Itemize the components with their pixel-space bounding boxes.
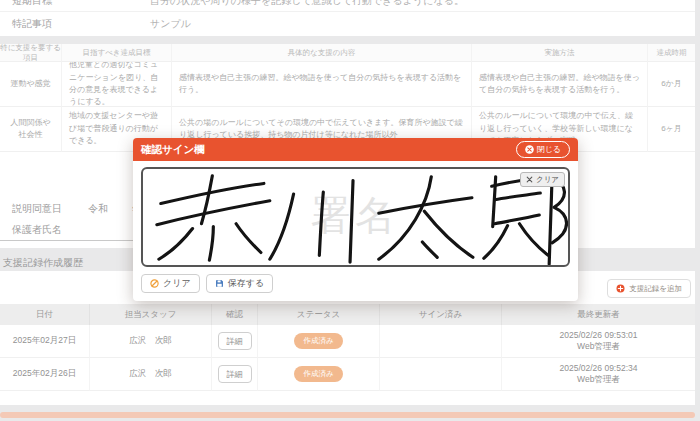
history-cell-staff: 広沢 次郎 (90, 358, 212, 391)
close-icon (525, 145, 534, 154)
plan-col-header: 達成時期 (648, 44, 695, 62)
clear-button[interactable]: クリア (141, 274, 200, 293)
history-col-header: 日付 (0, 304, 90, 325)
close-button[interactable]: 閉じる (516, 141, 570, 158)
history-cell-status: 作成済み (258, 358, 380, 391)
guardian-name-label: 保護者氏名 (12, 223, 62, 237)
x-icon (526, 176, 533, 183)
history-cell-date: 2025年02月27日 (0, 325, 90, 358)
signature-canvas[interactable]: 署名 (141, 167, 570, 267)
plus-circle-icon (616, 284, 625, 293)
history-col-header: ステータス (258, 304, 380, 325)
add-record-button[interactable]: 支援記録を追加 (607, 279, 691, 298)
overview-row-notes: 特記事項 サンプル (0, 12, 695, 36)
plan-cell-goal: 他児童との適切なコミュニケーションを図り、自分の意見を表現できるようにする。 (62, 62, 172, 107)
history-table: 日付 担当スタッフ 確認 ステータス サイン済み 最終更新者 2025年02月2… (0, 304, 695, 391)
history-col-header: サイン済み (380, 304, 502, 325)
canvas-clear-button[interactable]: クリア (520, 172, 565, 187)
plan-cell-period: 6ヶ月 (648, 107, 695, 152)
history-cell-staff: 広沢 次郎 (90, 325, 212, 358)
bottom-accent-bar (0, 412, 695, 418)
status-badge: 作成済み (294, 366, 342, 381)
status-badge: 作成済み (294, 333, 342, 348)
save-label: 保存する (228, 277, 264, 290)
consent-date-label: 説明同意日 (12, 202, 62, 216)
history-cell-signed (380, 358, 502, 391)
history-cell-updated: 2025/02/26 09:53:01 Web管理者 (502, 325, 695, 358)
plan-col-header: 特に支援を要する項目 (0, 44, 62, 62)
detail-button[interactable]: 詳細 (218, 332, 252, 350)
history-cell-signed (380, 325, 502, 358)
signature-modal-title: 確認サイン欄 (141, 143, 205, 157)
plan-cell-item: 人間関係や社会性 (0, 107, 62, 152)
close-label: 閉じる (537, 144, 561, 155)
signature-modal-footer: クリア 保存する (141, 274, 273, 293)
canvas-clear-label: クリア (536, 175, 559, 185)
history-cell-detail: 詳細 (212, 358, 258, 391)
history-cell-updated: 2025/02/26 09:52:34 Web管理者 (502, 358, 695, 391)
support-plan-table: 特に支援を要する項目 目指すべき達成目標 具体的な支援の内容 実施方法 達成時期… (0, 44, 695, 152)
clear-label: クリア (163, 277, 191, 290)
save-disk-icon (215, 279, 224, 288)
history-col-header: 担当スタッフ (90, 304, 212, 325)
history-cell-date: 2025年02月26日 (0, 358, 90, 391)
history-cell-status: 作成済み (258, 325, 380, 358)
updated-timestamp: 2025/02/26 09:53:01 (560, 330, 638, 341)
plan-col-header: 実施方法 (472, 44, 648, 62)
plan-cell-method: 感情表現や自己主張の練習。絵や物語を使って自分の気持ちを表現する活動を行う。 (472, 62, 648, 107)
updated-by: Web管理者 (577, 374, 620, 385)
overview-value: 自分の状況や周りの様子を記録して意識して行動できるようになる。 (150, 0, 464, 8)
overview-row-short-term-goal: 短期目標 自分の状況や周りの様子を記録して意識して行動できるようになる。 (0, 0, 695, 12)
updated-timestamp: 2025/02/26 09:52:34 (560, 363, 638, 374)
history-section-title: 支援記録作成履歴 (3, 256, 83, 270)
signature-modal: 確認サイン欄 閉じる 署名 (133, 138, 578, 301)
overview-label: 短期目標 (12, 0, 52, 8)
history-cell-detail: 詳細 (212, 325, 258, 358)
plan-col-header: 目指すべき達成目標 (62, 44, 172, 62)
add-record-label: 支援記録を追加 (629, 284, 682, 294)
updated-by: Web管理者 (577, 341, 620, 352)
history-col-header: 最終更新者 (502, 304, 695, 325)
plan-cell-content: 感情表現や自己主張の練習。絵や物語を使って自分の気持ちを表現する活動を行う。 (172, 62, 472, 107)
history-col-header: 確認 (212, 304, 258, 325)
overview-label: 特記事項 (12, 12, 52, 36)
signature-modal-header: 確認サイン欄 閉じる (133, 138, 578, 161)
handwritten-signature (143, 169, 568, 265)
plan-col-header: 具体的な支援の内容 (172, 44, 472, 62)
detail-button[interactable]: 詳細 (218, 365, 252, 383)
overview-section: 短期目標 自分の状況や周りの様子を記録して意識して行動できるようになる。 特記事… (0, 0, 695, 36)
plan-cell-item: 運動や感覚 (0, 62, 62, 107)
plan-cell-period: 6か月 (648, 62, 695, 107)
era-label: 令和 (88, 202, 108, 216)
overview-value: サンプル (150, 12, 191, 36)
clear-circle-icon (150, 279, 159, 288)
save-button[interactable]: 保存する (206, 274, 273, 293)
